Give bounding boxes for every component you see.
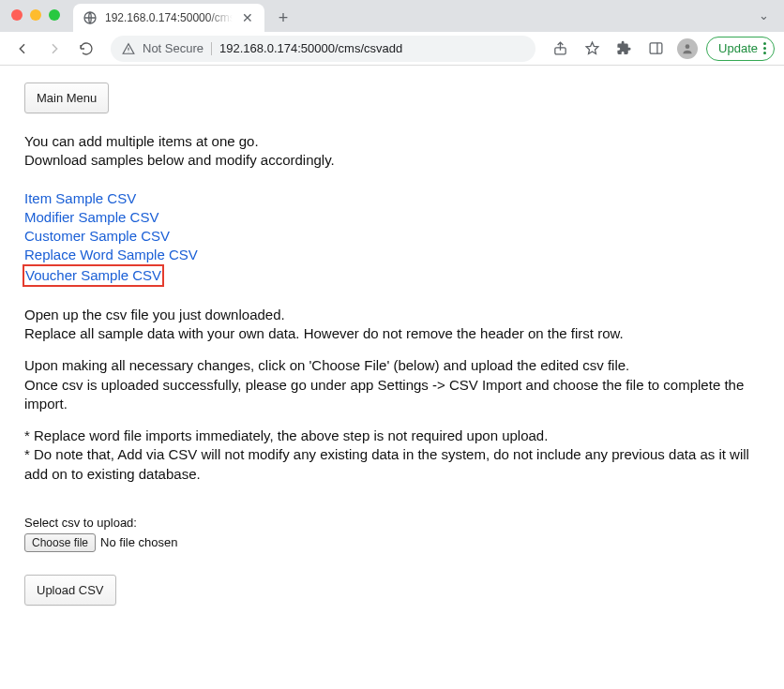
new-tab-button[interactable]: +	[270, 5, 296, 31]
address-bar[interactable]: Not Secure 192.168.0.174:50000/cms/csvad…	[111, 36, 535, 62]
notes: * Replace word file imports immediately,…	[24, 427, 760, 484]
minimize-window-dot[interactable]	[30, 9, 41, 21]
tab-strip: 192.168.0.174:50000/cms/csv ✕ + ⌄	[0, 0, 784, 32]
tab-title: 192.168.0.174:50000/cms/csv	[105, 11, 233, 24]
intro-paragraph: You can add multiple items at one go. Do…	[24, 132, 760, 171]
upload-csv-button[interactable]: Upload CSV	[24, 575, 116, 606]
sample-link[interactable]: Voucher Sample CSV	[24, 266, 162, 285]
close-tab-icon[interactable]: ✕	[240, 8, 255, 27]
extensions-icon[interactable]	[611, 36, 637, 62]
omnibox-divider	[211, 42, 212, 55]
back-button[interactable]	[9, 36, 36, 62]
window-controls	[11, 9, 60, 21]
instructions-2: Upon making all necessary changes, click…	[24, 356, 760, 413]
close-window-dot[interactable]	[11, 9, 23, 21]
update-label: Update	[718, 41, 758, 55]
not-secure-icon	[122, 42, 135, 55]
maximize-window-dot[interactable]	[49, 9, 60, 21]
intro-line-1: You can add multiple items at one go.	[24, 132, 760, 151]
globe-icon	[83, 10, 98, 25]
sample-link[interactable]: Customer Sample CSV	[24, 227, 170, 246]
select-csv-label: Select csv to upload:	[24, 516, 760, 530]
instr2-line2: Once csv is uploaded successfully, pleas…	[24, 376, 760, 414]
upload-csv-label: Upload CSV	[37, 583, 104, 597]
menu-dots-icon	[763, 42, 766, 54]
sample-links: Item Sample CSVModifier Sample CSVCustom…	[24, 189, 760, 285]
intro-line-2: Download samples below and modify accord…	[24, 151, 760, 170]
sample-link[interactable]: Replace Word Sample CSV	[24, 246, 198, 264]
file-input-row: Choose file No file chosen	[24, 533, 760, 552]
sample-link[interactable]: Modifier Sample CSV	[24, 208, 158, 227]
main-menu-button[interactable]: Main Menu	[24, 82, 109, 113]
expand-tabs-icon[interactable]: ⌄	[753, 3, 775, 28]
update-button[interactable]: Update	[706, 37, 775, 61]
choose-file-label: Choose file	[32, 536, 88, 549]
svg-point-3	[686, 44, 690, 49]
browser-tab[interactable]: 192.168.0.174:50000/cms/csv ✕	[73, 4, 264, 32]
instructions-1: Open up the csv file you just downloaded…	[24, 306, 760, 344]
note-line2: * Do note that, Add via CSV will not mod…	[24, 445, 760, 484]
browser-toolbar: Not Secure 192.168.0.174:50000/cms/csvad…	[0, 32, 784, 66]
svg-rect-2	[650, 43, 662, 53]
reload-button[interactable]	[73, 36, 99, 62]
main-menu-label: Main Menu	[37, 91, 97, 105]
file-status: No file chosen	[100, 535, 177, 549]
instr1-line2: Replace all sample data with your own da…	[24, 324, 760, 343]
not-secure-label: Not Secure	[143, 41, 204, 55]
side-panel-icon[interactable]	[642, 36, 669, 62]
note-line1: * Replace word file imports immediately,…	[24, 427, 760, 445]
choose-file-button[interactable]: Choose file	[24, 533, 96, 552]
url-text: 192.168.0.174:50000/cms/csvadd	[219, 41, 524, 55]
profile-avatar[interactable]	[674, 36, 701, 62]
share-icon[interactable]	[547, 36, 573, 62]
page-content: Main Menu You can add multiple items at …	[0, 66, 784, 622]
instr1-line1: Open up the csv file you just downloaded…	[24, 306, 760, 324]
bookmark-star-icon[interactable]	[579, 36, 605, 62]
sample-link[interactable]: Item Sample CSV	[24, 189, 136, 208]
forward-button[interactable]	[41, 36, 68, 62]
instr2-line1: Upon making all necessary changes, click…	[24, 356, 760, 375]
